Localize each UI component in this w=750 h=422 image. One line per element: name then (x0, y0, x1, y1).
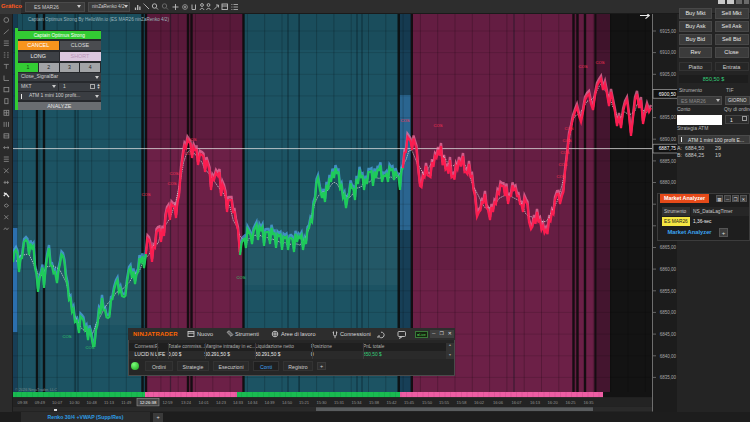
svg-text:6880,00: 6880,00 (660, 180, 677, 185)
svg-text:15:42: 15:42 (386, 400, 397, 405)
svg-text:15:21: 15:21 (299, 400, 310, 405)
svg-text:14:33: 14:33 (233, 400, 244, 405)
svg-text:14:50: 14:50 (282, 400, 293, 405)
svg-text:16:07: 16:07 (511, 400, 522, 405)
svg-text:6887,75: 6887,75 (659, 146, 677, 151)
svg-text:16:13: 16:13 (530, 400, 541, 405)
svg-text:16:20: 16:20 (548, 400, 559, 405)
svg-text:6890,00: 6890,00 (660, 137, 677, 142)
svg-text:14:34: 14:34 (247, 400, 258, 405)
svg-text:09:38: 09:38 (17, 400, 28, 405)
svg-text:10:30: 10:30 (69, 400, 80, 405)
svg-text:14:01: 14:01 (199, 400, 210, 405)
svg-text:09:49: 09:49 (35, 400, 46, 405)
svg-text:16:02: 16:02 (474, 400, 485, 405)
svg-text:6895,00: 6895,00 (660, 115, 677, 120)
svg-text:COS: COS (141, 192, 150, 197)
svg-text:6905,00: 6905,00 (660, 72, 677, 77)
svg-text:6900,50: 6900,50 (659, 92, 677, 97)
svg-text:COS: COS (556, 174, 565, 179)
svg-text:COS: COS (564, 126, 573, 131)
svg-text:15:45: 15:45 (404, 400, 415, 405)
svg-text:COS: COS (433, 123, 442, 128)
svg-text:COS: COS (236, 275, 245, 280)
svg-text:COS: COS (578, 64, 587, 69)
svg-text:6845,00: 6845,00 (660, 332, 677, 337)
svg-text:6860,00: 6860,00 (660, 267, 677, 272)
svg-text:6910,00: 6910,00 (660, 50, 677, 55)
svg-text:COS: COS (184, 151, 193, 156)
svg-text:COS: COS (400, 118, 409, 123)
svg-text:COS: COS (169, 171, 178, 176)
svg-text:10:07: 10:07 (52, 400, 63, 405)
svg-text:6915,00: 6915,00 (660, 29, 677, 34)
svg-text:15:30: 15:30 (316, 400, 327, 405)
svg-text:Captain Optimus Strong By Hell: Captain Optimus Strong By HelloWin.io (E… (28, 17, 169, 22)
svg-text:14:39: 14:39 (264, 400, 275, 405)
svg-text:10:48: 10:48 (87, 400, 98, 405)
svg-text:6850,00: 6850,00 (660, 310, 677, 315)
svg-text:13:24: 13:24 (181, 400, 192, 405)
svg-text:COS: COS (595, 60, 604, 65)
svg-text:12:26:38: 12:26:38 (140, 400, 157, 405)
svg-text:COS: COS (558, 162, 567, 167)
svg-text:COS: COS (85, 345, 94, 350)
svg-text:15:58: 15:58 (456, 400, 467, 405)
svg-text:16:35: 16:35 (583, 400, 594, 405)
svg-text:6865,00: 6865,00 (660, 245, 677, 250)
svg-text:11:49: 11:49 (121, 400, 132, 405)
svg-text:COS: COS (167, 181, 176, 186)
svg-text:11:13: 11:13 (104, 400, 115, 405)
svg-text:15:38: 15:38 (369, 400, 380, 405)
svg-text:6855,00: 6855,00 (660, 289, 677, 294)
svg-text:15:50: 15:50 (422, 400, 433, 405)
svg-text:16:25: 16:25 (565, 400, 576, 405)
svg-text:15:34: 15:34 (351, 400, 362, 405)
svg-text:6885,00: 6885,00 (660, 159, 677, 164)
svg-text:15:55: 15:55 (439, 400, 450, 405)
svg-text:COS: COS (62, 334, 71, 339)
svg-text:COS: COS (562, 138, 571, 143)
svg-text:12:59: 12:59 (162, 400, 173, 405)
svg-text:© 2026 NinjaTrader, LLC: © 2026 NinjaTrader, LLC (15, 388, 57, 392)
svg-text:16:06: 16:06 (493, 400, 504, 405)
svg-text:COS: COS (187, 137, 196, 142)
svg-text:14:23: 14:23 (216, 400, 227, 405)
svg-text:15:31: 15:31 (334, 400, 345, 405)
svg-text:6840,00: 6840,00 (660, 354, 677, 359)
svg-text:COS: COS (560, 150, 569, 155)
svg-text:6835,00: 6835,00 (660, 375, 677, 380)
